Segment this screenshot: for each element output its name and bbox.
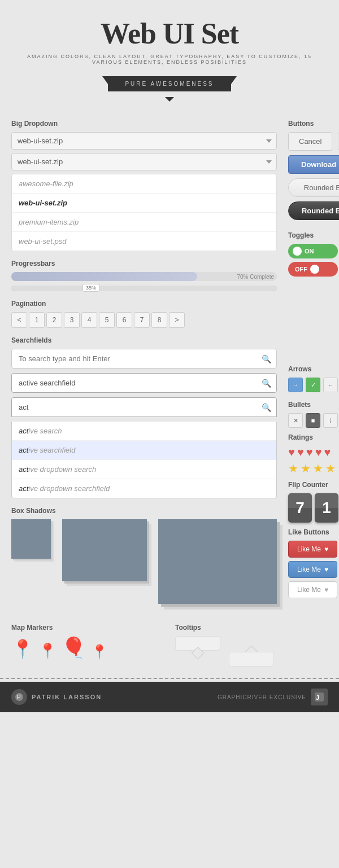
search-icon-btn-3[interactable]: 🔍 [262,403,271,412]
heart-4[interactable]: ♥ [315,446,322,459]
marker-3: 🎈 [61,636,86,660]
search-input-2[interactable] [11,373,277,393]
list-item[interactable]: premium-items.zip [12,213,276,232]
bullet-btn-2[interactable]: ■ [306,413,320,428]
svg-text:J: J [316,694,319,701]
box-shadow-lg [158,519,277,604]
footer-right: GraphicRiver Exclusive J [218,689,328,705]
heart-2[interactable]: ♥ [297,446,304,459]
dropdown-select-1[interactable]: web-ui-set.zip [11,132,277,150]
progressbars-label: Progressbars [11,260,277,268]
searchfields-label: Searchfields [11,336,277,344]
star-3[interactable]: ★ [313,462,323,475]
pagination-page-3[interactable]: 3 [64,312,80,328]
tooltips-row [175,636,328,667]
box-shadows-row [11,519,277,604]
box-shadows-section: Box Shadows [11,507,277,604]
progressbar-1-fill [11,272,197,281]
dropdown-select-2[interactable]: web-ui-set.zip [11,153,277,170]
pagination-page-8[interactable]: 8 [151,312,167,328]
tooltips-label: Tooltips [175,624,328,632]
dropdown-label: Big Dropdown [11,120,277,128]
pagination-page-5[interactable]: 5 [99,312,115,328]
search-input-3[interactable] [11,397,277,417]
pagination-page-2[interactable]: 2 [46,312,62,328]
page-title: Web UI Set [11,17,328,50]
pagination-page-6[interactable]: 6 [116,312,132,328]
box-shadow-md [62,519,147,581]
pagination-prev[interactable]: < [11,312,27,328]
search-icon-btn-1[interactable]: 🔍 [262,354,271,363]
marker-2: 📍 [38,642,56,660]
list-item[interactable]: web-ui-set.zip [12,194,276,213]
arrow-btn-3[interactable]: ← [323,378,338,392]
tooltip-2 [229,652,274,667]
pagination-page-4[interactable]: 4 [81,312,97,328]
bullets-section: Bullets ✕ ■ ⁞ ✕ [288,401,339,428]
footer-badge: J [311,689,328,705]
progressbar-2[interactable]: 35% [11,286,277,291]
bottom-row: Map Markers 📍 📍 🎈 📍 Tooltips [0,624,339,667]
searchfields-section: Searchfields 🔍 🔍 🔍 active search active … [11,336,277,498]
box-shadows-label: Box Shadows [11,507,277,515]
star-2[interactable]: ★ [301,462,311,475]
toggle-off[interactable]: OFF [288,262,338,277]
download-button[interactable]: Download [288,155,339,174]
search-suggestion-3[interactable]: active dropdown search [12,460,276,479]
arrows-row: → ✓ ← → [288,378,339,392]
toggles-scrollbar-section: Toggles ON OFF Scrollbar [288,231,339,357]
ratings-section: Ratings ♥ ♥ ♥ ♥ ♥ ★ ★ ★ ★ ★ [288,433,339,475]
heart-1[interactable]: ♥ [288,446,295,459]
like-button-blue[interactable]: Like Me ♥ [288,561,337,578]
like-button-white[interactable]: Like Me ♥ [288,581,337,598]
hearts-row: ♥ ♥ ♥ ♥ ♥ [288,446,339,459]
search-suggestion-4[interactable]: active dropdown searchfield [12,479,276,498]
toggle-off-label: OFF [295,266,307,273]
heart-3[interactable]: ♥ [306,446,313,459]
heart-5[interactable]: ♥ [324,446,331,459]
cancel-button[interactable]: Cancel [288,132,332,151]
toggle-on-knob [293,247,302,256]
search-input-wrap-3: 🔍 [11,397,277,417]
pagination-controls: < 1 2 3 4 5 6 7 8 > [11,312,277,328]
search-icon-btn-2[interactable]: 🔍 [262,379,271,388]
arrow-btn-1[interactable]: → [288,378,303,392]
marker-1: 📍 [11,638,34,660]
like-btn-blue-label: Like Me [297,565,321,573]
search-input-wrap-1: 🔍 [11,349,277,369]
list-item[interactable]: awesome-file.zip [12,174,276,194]
marker-4: 📍 [91,644,108,660]
ratings-label: Ratings [288,433,339,441]
list-item[interactable]: web-ui-set.psd [12,232,276,251]
map-markers-col: Map Markers 📍 📍 🎈 📍 [11,624,164,667]
like-button-red[interactable]: Like Me ♥ [288,541,337,558]
toggle-off-knob [310,265,319,274]
pagination-page-1[interactable]: 1 [29,312,45,328]
progressbar-1: 70% Complete [11,272,277,281]
progressbar-1-label: 70% Complete [237,274,274,280]
pagination-label: Pagination [11,300,277,308]
toggles-inner: Toggles ON OFF [288,231,338,277]
markers-row: 📍 📍 🎈 📍 [11,636,164,660]
buttons-label: Buttons [288,120,339,128]
flip-digit-2: 1 [315,493,338,523]
banner-wrap: Pure Awesomeness [11,68,328,97]
svg-text:P: P [17,694,21,700]
search-suggestion-1[interactable]: active search [12,422,276,441]
pagination-page-7[interactable]: 7 [134,312,150,328]
arrow-btn-2[interactable]: ✓ [306,378,320,392]
rounded-button-light[interactable]: Rounded Button [288,178,339,197]
search-input-1[interactable] [11,349,277,369]
bullet-btn-1[interactable]: ✕ [288,413,303,428]
search-suggestion-2[interactable]: active searchfield [12,441,276,460]
like-btn-red-label: Like Me [297,545,321,553]
buttons-section: Buttons Cancel Add Download Rounded Butt… [288,120,339,220]
pagination-next[interactable]: > [169,312,185,328]
rounded-button-dark[interactable]: Rounded Button [288,201,339,220]
like-btn-white-label: Like Me [297,586,321,594]
toggle-on[interactable]: ON [288,244,338,258]
star-1[interactable]: ★ [288,462,298,475]
bullet-btn-3[interactable]: ⁞ [323,413,338,428]
star-4[interactable]: ★ [325,462,336,475]
banner: Pure Awesomeness [108,76,231,91]
